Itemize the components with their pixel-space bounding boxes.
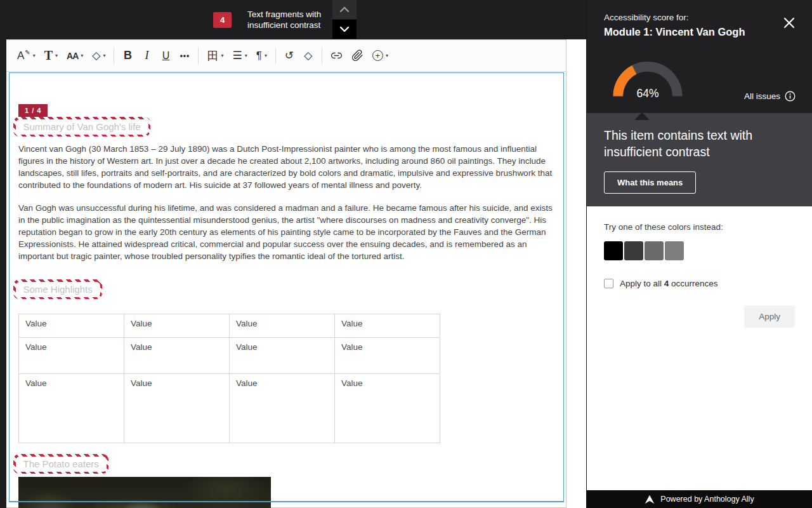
apply-button-row: Apply bbox=[604, 305, 795, 328]
editor-content-area[interactable]: 1 / 4 Summary of Van Gogh's life Vincent… bbox=[9, 72, 564, 502]
issue-type-label: Text fragments with insufficient contras… bbox=[247, 9, 321, 30]
font-family-icon: T bbox=[44, 48, 53, 63]
caret-down-icon: ▾ bbox=[245, 53, 247, 58]
info-icon bbox=[785, 91, 796, 102]
attachment-button[interactable] bbox=[347, 44, 368, 67]
caret-down-icon: ▾ bbox=[221, 53, 223, 58]
module-title: Module 1: Vincent Van Gogh bbox=[604, 26, 745, 38]
underline-button[interactable]: U bbox=[156, 44, 175, 67]
text-color-icon: A bbox=[17, 50, 24, 62]
suggestion-section: Try one of these colors instead: Apply t… bbox=[587, 206, 812, 328]
paperclip-icon bbox=[351, 50, 363, 62]
chevron-down-icon bbox=[339, 26, 350, 32]
more-formatting-button[interactable]: ••• bbox=[175, 44, 194, 67]
caret-down-icon: ▾ bbox=[55, 53, 58, 58]
paragraph: Vincent van Gogh (30 March 1853 – 29 Jul… bbox=[18, 143, 554, 191]
potato-eaters-image[interactable] bbox=[18, 477, 271, 508]
score-value: 64% bbox=[636, 87, 658, 100]
undo-button[interactable]: ↺ bbox=[280, 44, 299, 67]
table-cell[interactable]: Value bbox=[335, 314, 440, 338]
table-button[interactable]: 田▾ bbox=[202, 44, 228, 67]
heading-text: The Potato eaters bbox=[16, 457, 107, 472]
apply-all-checkbox[interactable] bbox=[604, 279, 613, 288]
all-issues-link[interactable]: All issues bbox=[744, 91, 796, 102]
font-size-button[interactable]: AA▾ bbox=[62, 44, 88, 67]
italic-button[interactable]: I bbox=[137, 44, 156, 67]
eraser-icon: ◇ bbox=[304, 49, 312, 62]
table-cell[interactable]: Value bbox=[335, 374, 440, 443]
flagged-heading-highlights[interactable]: Some Highlights bbox=[13, 279, 102, 299]
color-swatch-1[interactable] bbox=[604, 241, 623, 260]
table-cell[interactable]: Value bbox=[335, 338, 440, 374]
table-cell[interactable]: Value bbox=[19, 374, 124, 443]
apply-button[interactable]: Apply bbox=[744, 305, 795, 328]
font-family-button[interactable]: T▾ bbox=[40, 44, 62, 67]
italic-icon: I bbox=[145, 49, 148, 62]
gauge-pointer-notch bbox=[634, 112, 650, 120]
toolbar-separator bbox=[322, 48, 322, 64]
close-button[interactable] bbox=[780, 14, 798, 34]
score-for-label: Accessibility score for: bbox=[604, 13, 689, 22]
fill-color-button[interactable]: ◇▾ bbox=[88, 44, 110, 67]
table-cell[interactable]: Value bbox=[124, 314, 230, 338]
table-cell[interactable]: Value bbox=[19, 314, 124, 338]
bold-button[interactable]: B bbox=[118, 44, 137, 67]
previous-issue-button[interactable] bbox=[332, 0, 357, 19]
issue-navigation-bar: 4 Text fragments with insufficient contr… bbox=[0, 0, 586, 39]
issue-nav-buttons bbox=[332, 0, 357, 39]
paragraph: Van Gogh was unsuccessful during his lif… bbox=[18, 202, 554, 262]
flagged-heading-potato-eaters[interactable]: The Potato eaters bbox=[13, 454, 108, 474]
apply-all-row: Apply to all 4 occurrences bbox=[604, 279, 795, 288]
issue-count-badge: 4 bbox=[213, 12, 232, 28]
panel-footer: Powered by Anthology Ally bbox=[587, 490, 812, 508]
clear-formatting-button[interactable]: ◇ bbox=[299, 44, 318, 67]
link-icon bbox=[331, 50, 343, 62]
fill-color-icon: ◇ bbox=[92, 49, 100, 62]
table-cell[interactable]: Value bbox=[230, 374, 335, 443]
close-icon bbox=[783, 17, 796, 29]
chevron-up-icon bbox=[339, 6, 350, 13]
color-swatches bbox=[604, 241, 795, 260]
table-row: Value Value Value Value bbox=[19, 314, 440, 338]
flag-position-badge: 1 / 4 bbox=[18, 104, 48, 117]
ally-panel: Accessibility score for: Module 1: Vince… bbox=[586, 0, 812, 508]
align-icon: ☰ bbox=[232, 49, 242, 62]
table-cell[interactable]: Value bbox=[230, 314, 335, 338]
table-row: Value Value Value Value bbox=[19, 374, 440, 443]
color-swatch-4[interactable] bbox=[665, 241, 684, 260]
paragraph-style-button[interactable]: ¶▾ bbox=[252, 44, 272, 67]
text-color-button[interactable]: A✎▾ bbox=[13, 44, 40, 67]
table-cell[interactable]: Value bbox=[19, 338, 124, 374]
toolbar-separator bbox=[114, 48, 114, 64]
next-issue-button[interactable] bbox=[332, 20, 357, 39]
align-button[interactable]: ☰▾ bbox=[228, 44, 251, 67]
toolbar-separator bbox=[275, 48, 276, 64]
table-cell[interactable]: Value bbox=[124, 338, 230, 374]
ellipsis-icon: ••• bbox=[180, 51, 190, 60]
issue-message-section: This item contains text with insufficien… bbox=[587, 113, 812, 206]
table-cell[interactable]: Value bbox=[230, 338, 335, 374]
what-this-means-button[interactable]: What this means bbox=[604, 171, 696, 194]
anthology-logo-icon bbox=[645, 495, 655, 504]
table-cell[interactable]: Value bbox=[124, 374, 230, 443]
insert-button[interactable]: +▾ bbox=[368, 44, 393, 67]
table-row: Value Value Value Value bbox=[19, 338, 440, 374]
pilcrow-icon: ¶ bbox=[256, 50, 262, 62]
heading-text: Some Highlights bbox=[16, 282, 100, 297]
color-swatch-2[interactable] bbox=[624, 241, 643, 260]
color-swatch-3[interactable] bbox=[645, 241, 664, 260]
panel-header: Accessibility score for: Module 1: Vince… bbox=[587, 0, 812, 113]
caret-down-icon: ▾ bbox=[81, 53, 83, 58]
plus-circle-icon: + bbox=[372, 50, 383, 61]
bold-icon: B bbox=[124, 49, 132, 62]
issue-description: This item contains text with insufficien… bbox=[604, 127, 769, 160]
content-table: Value Value Value Value Value Value Valu… bbox=[18, 314, 440, 443]
flagged-heading-summary[interactable]: Summary of Van Gogh's life bbox=[13, 117, 150, 137]
caret-down-icon: ▾ bbox=[265, 53, 267, 58]
accessibility-score-gauge: 64% bbox=[612, 58, 684, 100]
table-icon: 田 bbox=[207, 48, 218, 64]
link-button[interactable] bbox=[326, 44, 347, 67]
suggestion-label: Try one of these colors instead: bbox=[604, 222, 795, 232]
toolbar-separator bbox=[198, 48, 199, 64]
font-size-icon: AA bbox=[67, 51, 78, 61]
